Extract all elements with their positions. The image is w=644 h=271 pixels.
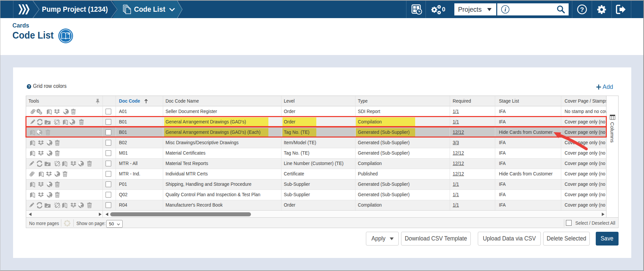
svg-text:?: ? bbox=[28, 85, 30, 89]
svg-text:?: ? bbox=[580, 6, 584, 13]
svg-text:i: i bbox=[505, 6, 506, 13]
